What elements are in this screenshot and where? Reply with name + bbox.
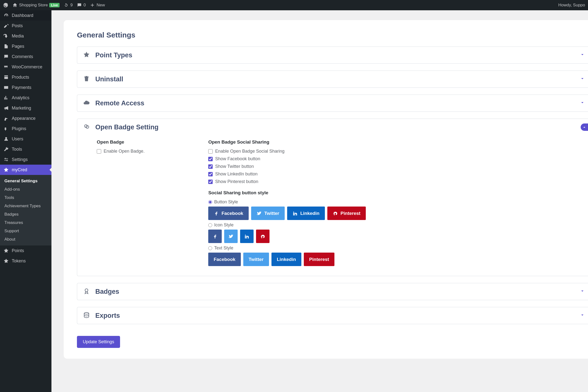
radio-label: Button Style xyxy=(214,200,238,204)
sidebar-item-payments[interactable]: Payments xyxy=(0,82,52,92)
open-badge-right-col: Open Badge Social Sharing Enable Open Ba… xyxy=(208,138,366,268)
radio-text-style[interactable]: Text Style xyxy=(208,246,366,251)
checkbox-label: Enable Open Badge Social Sharing xyxy=(215,149,284,154)
panel-header-exports[interactable]: Exports xyxy=(77,307,588,324)
submenu-tools[interactable]: Tools xyxy=(0,194,52,202)
button-label: Pinterest xyxy=(340,211,360,216)
sidebar-item-settings[interactable]: Settings xyxy=(0,154,52,165)
submenu-addons[interactable]: Add-ons xyxy=(0,185,52,194)
new-item[interactable]: New xyxy=(90,2,105,8)
panel-header-uninstall[interactable]: Uninstall xyxy=(77,71,588,88)
update-settings-button[interactable]: Update Settings xyxy=(77,336,120,348)
sidebar-item-pages[interactable]: Pages xyxy=(0,41,52,52)
sidebar-item-label: Points xyxy=(12,248,24,253)
sidebar-item-label: WooCommerce xyxy=(12,64,42,70)
submenu-general-settings[interactable]: General Settings xyxy=(0,177,52,185)
linkedin-text-button[interactable]: Linkedin xyxy=(272,252,301,266)
award-icon xyxy=(83,288,90,296)
pinterest-button[interactable]: Pinterest xyxy=(327,206,366,220)
star-icon xyxy=(83,51,90,59)
submenu-support[interactable]: Support xyxy=(0,227,52,235)
pinterest-icon-button[interactable] xyxy=(256,230,270,243)
twitter-icon-button[interactable] xyxy=(224,230,238,243)
sidebar-item-label: Tools xyxy=(12,147,22,152)
open-badge-heading: Open Badge xyxy=(97,140,144,145)
show-linkedin-checkbox[interactable]: Show LinkedIn button xyxy=(208,172,366,177)
sidebar-item-label: Appearance xyxy=(12,116,36,121)
show-twitter-checkbox[interactable]: Show Twitter button xyxy=(208,164,366,169)
sidebar-item-tools[interactable]: Tools xyxy=(0,144,52,154)
admin-sidebar: Dashboard Posts Media Pages Comments Woo… xyxy=(0,10,52,368)
facebook-icon-button[interactable] xyxy=(208,230,222,243)
comments-item[interactable]: 0 xyxy=(77,2,86,8)
admin-topbar: Shopping StoreLive 9 0 New Howdy, Suppo xyxy=(0,0,588,10)
show-facebook-checkbox[interactable]: Show Facebook button xyxy=(208,156,366,162)
page-title: General Settings xyxy=(77,31,588,39)
pinterest-text-button[interactable]: Pinterest xyxy=(304,252,334,266)
facebook-button[interactable]: Facebook xyxy=(208,206,249,220)
show-pinterest-checkbox[interactable]: Show Pinterest button xyxy=(208,179,366,184)
panel-header-open-badge[interactable]: Open Badge Setting xyxy=(77,119,588,136)
panel-title: Badges xyxy=(95,288,119,296)
panel-header-point-types[interactable]: Point Types xyxy=(77,47,588,64)
checkbox-label: Show Twitter button xyxy=(215,164,254,169)
submenu-about[interactable]: About xyxy=(0,235,52,244)
submenu-achievement-types[interactable]: Achievement Types xyxy=(0,202,52,210)
sidebar-item-label: Users xyxy=(12,136,23,142)
sidebar-item-plugins[interactable]: Plugins xyxy=(0,124,52,134)
sidebar-item-label: Media xyxy=(12,34,24,39)
sidebar-item-analytics[interactable]: Analytics xyxy=(0,92,52,103)
site-name: Shopping Store xyxy=(19,3,48,8)
facebook-text-button[interactable]: Facebook xyxy=(208,252,241,266)
refresh-item[interactable]: 9 xyxy=(64,2,72,8)
collapse-pill-icon[interactable] xyxy=(581,124,588,131)
linkedin-icon-button[interactable] xyxy=(240,230,254,243)
sidebar-item-products[interactable]: Products xyxy=(0,72,52,82)
sidebar-item-mycred[interactable]: myCred xyxy=(0,165,52,175)
sidebar-item-woocommerce[interactable]: WooCommerce xyxy=(0,62,52,72)
sidebar-item-tokens[interactable]: Tokens xyxy=(0,256,52,266)
submenu-badges[interactable]: Badges xyxy=(0,210,52,218)
badge-icon xyxy=(83,123,90,131)
howdy-user[interactable]: Howdy, Suppo xyxy=(558,3,585,8)
greeting-text: Howdy, Suppo xyxy=(558,3,585,8)
panel-title: Exports xyxy=(95,312,120,320)
database-icon xyxy=(83,312,90,320)
twitter-text-button[interactable]: Twitter xyxy=(243,252,269,266)
sidebar-item-points[interactable]: Points xyxy=(0,246,52,256)
sidebar-item-media[interactable]: Media xyxy=(0,31,52,41)
open-badge-left-col: Open Badge Enable Open Badge. xyxy=(97,138,144,268)
main-content: General Settings Point Types Uninstall R… xyxy=(52,10,588,368)
button-label: Twitter xyxy=(249,257,264,262)
sidebar-item-posts[interactable]: Posts xyxy=(0,20,52,31)
sidebar-item-label: Plugins xyxy=(12,126,26,131)
panel-header-badges[interactable]: Badges xyxy=(77,283,588,300)
sidebar-item-appearance[interactable]: Appearance xyxy=(0,113,52,124)
panel-remote-access: Remote Access xyxy=(77,94,588,112)
enable-open-badge-checkbox[interactable]: Enable Open Badge. xyxy=(97,149,144,154)
sidebar-item-label: myCred xyxy=(12,167,27,172)
button-label: Pinterest xyxy=(309,257,329,262)
sidebar-submenu: General Settings Add-ons Tools Achieveme… xyxy=(0,175,52,246)
panel-header-remote-access[interactable]: Remote Access xyxy=(77,95,588,112)
wp-logo-icon[interactable] xyxy=(3,2,8,8)
panel-title: Uninstall xyxy=(95,76,123,83)
sidebar-item-users[interactable]: Users xyxy=(0,134,52,144)
sidebar-item-comments[interactable]: Comments xyxy=(0,52,52,62)
sidebar-item-label: Posts xyxy=(12,23,23,28)
site-home-link[interactable]: Shopping StoreLive xyxy=(12,2,60,8)
button-label: Linkedin xyxy=(300,211,320,216)
refresh-count: 9 xyxy=(70,3,72,8)
radio-icon-style[interactable]: Icon Style xyxy=(208,222,366,228)
chevron-down-icon xyxy=(580,100,584,106)
submenu-treasures[interactable]: Treasures xyxy=(0,218,52,227)
sidebar-item-label: Dashboard xyxy=(12,13,33,18)
radio-button-style[interactable]: Button Style xyxy=(208,200,366,204)
sidebar-item-dashboard[interactable]: Dashboard xyxy=(0,10,52,20)
twitter-button[interactable]: Twitter xyxy=(251,206,285,220)
linkedin-button[interactable]: Linkedin xyxy=(287,206,325,220)
button-label: Facebook xyxy=(214,257,236,262)
sidebar-item-label: Analytics xyxy=(12,95,30,100)
sidebar-item-marketing[interactable]: Marketing xyxy=(0,103,52,113)
enable-social-sharing-checkbox[interactable]: Enable Open Badge Social Sharing xyxy=(208,149,366,154)
